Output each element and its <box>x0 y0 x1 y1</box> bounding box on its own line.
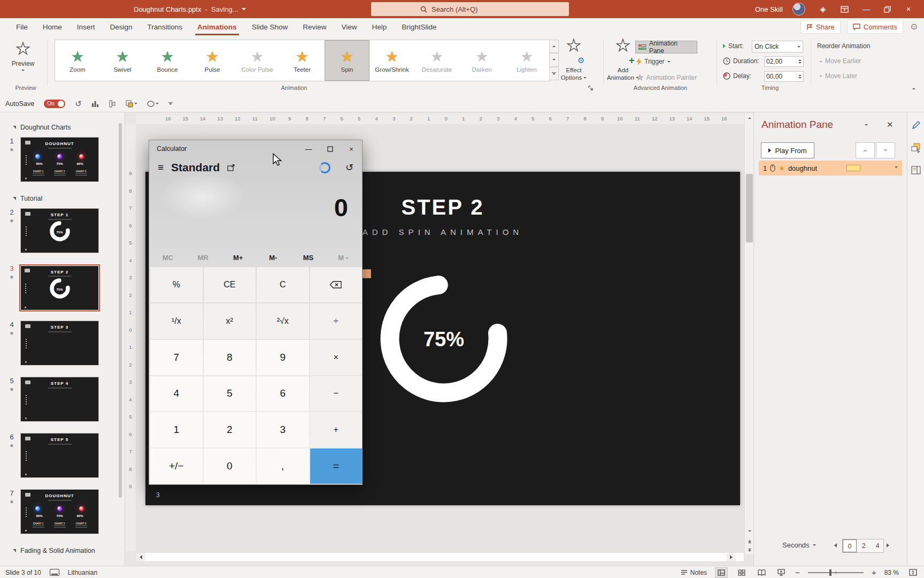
section-header-doughnut-charts[interactable]: Doughnut Charts <box>13 122 125 133</box>
duration-spinner[interactable]: 02,00 <box>764 56 804 67</box>
scroll-left-button[interactable] <box>136 553 145 561</box>
calc-key-clear[interactable]: C <box>257 267 309 302</box>
calc-key-8[interactable]: 8 <box>204 340 256 375</box>
delay-spinner[interactable]: 00,00 <box>764 71 804 82</box>
calc-minimize-button[interactable]: — <box>298 140 319 157</box>
tab-slide-show[interactable]: Slide Show <box>244 18 296 35</box>
next-slide-button[interactable] <box>745 546 754 554</box>
calc-key-square[interactable]: x² <box>204 303 256 339</box>
zoom-in-button[interactable]: + <box>872 568 876 577</box>
slide-sorter-view-button[interactable] <box>736 568 748 577</box>
ribbon-display-options-icon[interactable] <box>841 6 849 13</box>
gem-icon[interactable]: ◈ <box>815 5 831 13</box>
effect-options-button[interactable]: ★ ⚙ Effect Options <box>557 42 590 81</box>
trigger-dropdown-icon[interactable] <box>667 61 671 63</box>
gallery-item-swivel[interactable]: ★Swivel <box>100 40 145 81</box>
section-collapse-icon[interactable] <box>13 549 16 552</box>
timeline-tick-4[interactable]: 4 <box>871 539 884 552</box>
language-indicator[interactable]: Lithuanian <box>68 569 97 576</box>
slide-thumbnail-3[interactable]: STEP 275% <box>19 264 100 311</box>
collapse-ribbon-icon[interactable] <box>912 88 915 89</box>
calc-key-multiply[interactable]: × <box>310 340 363 375</box>
slide-thumbnail-6[interactable]: STEP 5 <box>20 433 99 478</box>
zoom-out-button[interactable]: − <box>795 568 800 577</box>
timeline-tick-2[interactable]: 2 <box>857 539 871 552</box>
calc-key-backspace[interactable] <box>310 267 363 302</box>
tab-help[interactable]: Help <box>364 18 394 35</box>
move-later-button[interactable]: Move Later <box>819 72 857 80</box>
customize-qat-icon[interactable] <box>168 102 173 105</box>
item-dropdown-icon[interactable] <box>895 166 898 168</box>
gallery-item-teeter[interactable]: ★Teeter <box>280 40 325 81</box>
ink-pen-icon[interactable] <box>910 119 922 132</box>
scroll-right-button[interactable] <box>727 553 736 561</box>
slide-thumbnail-5[interactable]: STEP 4 <box>20 377 99 422</box>
scroll-up-button[interactable] <box>745 113 754 122</box>
keep-on-top-icon[interactable] <box>227 164 235 171</box>
calc-key-9[interactable]: 9 <box>257 340 309 375</box>
gallery-item-grow-shrink[interactable]: ★Grow/Shrink <box>369 40 414 81</box>
undo-icon[interactable]: ↺ <box>75 99 82 109</box>
preview-button[interactable]: ★ Preview <box>5 40 41 80</box>
minimize-button[interactable]: — <box>858 5 874 13</box>
timeline-scroll-right-icon[interactable] <box>887 543 889 547</box>
calc-key-square-root[interactable]: ²√x <box>257 303 309 339</box>
autosave-toggle[interactable]: On <box>44 100 65 108</box>
calc-key-7[interactable]: 7 <box>150 340 203 375</box>
gallery-item-zoom[interactable]: ★Zoom <box>55 40 100 81</box>
gallery-item-pulse[interactable]: ★Pulse <box>190 40 235 81</box>
chart-icon[interactable] <box>91 100 99 108</box>
tab-view[interactable]: View <box>334 18 364 35</box>
calc-key-6[interactable]: 6 <box>257 376 309 412</box>
move-down-button[interactable] <box>876 142 895 158</box>
panel-scrollbar[interactable] <box>119 123 122 498</box>
animation-painter-button[interactable]: ★ Animation Painter <box>636 73 697 82</box>
horizontal-scrollbar[interactable] <box>136 552 744 562</box>
format-shape-icon[interactable] <box>910 141 922 154</box>
gallery-item-spin[interactable]: ★Spin <box>325 40 369 81</box>
notes-button[interactable]: Notes <box>681 569 707 576</box>
move-up-button[interactable] <box>856 142 875 158</box>
layout-panel-icon[interactable] <box>910 164 922 177</box>
normal-view-button[interactable] <box>715 567 728 578</box>
calculator-titlebar[interactable]: Calculator — × <box>149 140 362 157</box>
tab-design[interactable]: Design <box>103 18 140 35</box>
trigger-button[interactable]: Trigger <box>636 58 671 65</box>
reading-view-button[interactable] <box>756 568 767 577</box>
timeline-scroll-left-icon[interactable] <box>834 543 837 547</box>
shape-fill-icon[interactable] <box>126 100 137 108</box>
section-header-tutorial[interactable]: Tutorial <box>13 193 125 204</box>
zoom-slider[interactable] <box>808 572 864 573</box>
preview-dropdown-icon[interactable] <box>21 70 25 71</box>
calc-close-button[interactable]: × <box>341 140 362 157</box>
animation-item-row[interactable]: 1 ★ doughnut <box>759 161 902 176</box>
tab-animations[interactable]: Animations <box>190 18 244 35</box>
calc-key-0[interactable]: 0 <box>204 448 256 484</box>
tab-transitions[interactable]: Transitions <box>140 18 190 35</box>
calc-key-clear-entry[interactable]: CE <box>204 267 256 302</box>
calc-key-3[interactable]: 3 <box>257 412 309 447</box>
title-dropdown-icon[interactable] <box>242 8 246 10</box>
gallery-item-darken[interactable]: ★Darken <box>459 40 504 81</box>
calc-key-negate[interactable]: +/− <box>150 448 203 484</box>
slideshow-view-button[interactable] <box>775 568 787 577</box>
avatar[interactable] <box>792 3 805 16</box>
memory-key-ms[interactable]: MS <box>291 251 326 265</box>
tab-brightslide[interactable]: BrightSlide <box>394 18 444 35</box>
comments-button[interactable]: Comments <box>847 20 903 34</box>
search-box[interactable]: Search (Alt+Q) <box>371 2 569 16</box>
previous-slide-button[interactable] <box>745 537 754 546</box>
calc-key-equals[interactable]: = <box>310 448 363 484</box>
dialog-launcher-icon[interactable] <box>588 86 594 91</box>
tab-home[interactable]: Home <box>35 18 70 35</box>
history-icon[interactable]: ↺ <box>345 162 353 173</box>
keyboard-language-icon[interactable] <box>50 569 59 576</box>
zoom-percentage[interactable]: 83 % <box>884 569 899 576</box>
pane-close-icon[interactable]: ✕ <box>887 120 894 130</box>
ellipse-icon[interactable] <box>147 100 159 108</box>
slide-thumbnail-7[interactable]: DOUGHNUT60%75%90%CHART 1CHART 2CHART 3 <box>20 489 99 534</box>
section-header-fading-solid-animation[interactable]: Fading & Solid Animation <box>13 545 125 556</box>
fit-slide-to-window-button[interactable] <box>907 568 919 577</box>
pane-options-icon[interactable] <box>865 124 868 126</box>
calc-key-add[interactable]: + <box>310 412 363 447</box>
